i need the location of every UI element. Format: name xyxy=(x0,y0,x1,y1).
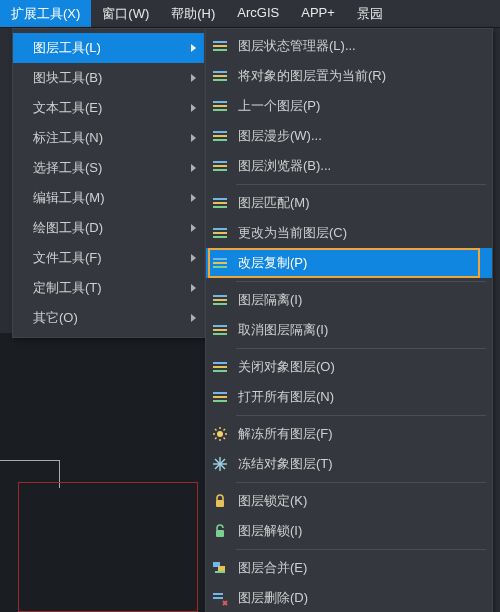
layer-match[interactable]: 图层匹配(M) xyxy=(206,188,492,218)
menu-arcgis[interactable]: ArcGIS xyxy=(226,0,290,27)
menu-item-label: 打开所有图层(N) xyxy=(238,388,334,406)
separator xyxy=(236,549,486,550)
menu-window[interactable]: 窗口(W) xyxy=(91,0,160,27)
layer-state-icon xyxy=(210,36,230,56)
chevron-right-icon xyxy=(191,44,196,52)
thaw-all-icon xyxy=(210,424,230,444)
menu-jingyuan[interactable]: 景园 xyxy=(346,0,394,27)
separator xyxy=(236,184,486,185)
chevron-right-icon xyxy=(191,74,196,82)
submenu-selection-tools[interactable]: 选择工具(S) xyxy=(13,153,204,183)
submenu-file-tools[interactable]: 文件工具(F) xyxy=(13,243,204,273)
submenu-label: 图层工具(L) xyxy=(33,39,101,57)
layer-merge[interactable]: 图层合并(E) xyxy=(206,553,492,583)
submenu-text-tools[interactable]: 文本工具(E) xyxy=(13,93,204,123)
menu-app-plus[interactable]: APP+ xyxy=(290,0,346,27)
submenu-label: 绘图工具(D) xyxy=(33,219,103,237)
separator xyxy=(236,281,486,282)
layer-unlock[interactable]: 图层解锁(I) xyxy=(206,516,492,546)
submenu-annotation-tools[interactable]: 标注工具(N) xyxy=(13,123,204,153)
layer-walk[interactable]: 图层漫步(W)... xyxy=(206,121,492,151)
layer-lock-icon xyxy=(210,491,230,511)
chevron-right-icon xyxy=(191,104,196,112)
submenu-label: 文件工具(F) xyxy=(33,249,102,267)
layer-unlock-icon xyxy=(210,521,230,541)
layer-copy-change[interactable]: 改层复制(P) xyxy=(206,248,492,278)
chevron-right-icon xyxy=(191,254,196,262)
submenu-label: 定制工具(T) xyxy=(33,279,102,297)
separator xyxy=(236,415,486,416)
submenu-label: 文本工具(E) xyxy=(33,99,102,117)
layer-unisolate[interactable]: 取消图层隔离(I) xyxy=(206,315,492,345)
menubar: 扩展工具(X) 窗口(W) 帮助(H) ArcGIS APP+ 景园 xyxy=(0,0,500,28)
menu-item-label: 图层删除(D) xyxy=(238,589,308,607)
extension-tools-submenu: 图层工具(L) 图块工具(B) 文本工具(E) 标注工具(N) 选择工具(S) … xyxy=(12,28,205,338)
layer-walk-icon xyxy=(210,126,230,146)
submenu-custom-tools[interactable]: 定制工具(T) xyxy=(13,273,204,303)
change-layer-icon xyxy=(210,223,230,243)
submenu-label: 图块工具(B) xyxy=(33,69,102,87)
previous-layer[interactable]: 上一个图层(P) xyxy=(206,91,492,121)
layer-isolate[interactable]: 图层隔离(I) xyxy=(206,285,492,315)
separator xyxy=(236,482,486,483)
layer-delete-icon xyxy=(210,588,230,608)
layer-unisolate-icon xyxy=(210,320,230,340)
menu-item-label: 图层解锁(I) xyxy=(238,522,302,540)
menu-item-label: 图层隔离(I) xyxy=(238,291,302,309)
submenu-label: 选择工具(S) xyxy=(33,159,102,177)
submenu-label: 标注工具(N) xyxy=(33,129,103,147)
change-to-current-layer[interactable]: 更改为当前图层(C) xyxy=(206,218,492,248)
menu-item-label: 关闭对象图层(O) xyxy=(238,358,335,376)
menu-item-label: 更改为当前图层(C) xyxy=(238,224,347,242)
layer-on-all-icon xyxy=(210,387,230,407)
thaw-all-layers[interactable]: 解冻所有图层(F) xyxy=(206,419,492,449)
menu-item-label: 上一个图层(P) xyxy=(238,97,320,115)
chevron-right-icon xyxy=(191,284,196,292)
menu-item-label: 图层匹配(M) xyxy=(238,194,310,212)
layer-browse-icon xyxy=(210,156,230,176)
layer-browser[interactable]: 图层浏览器(B)... xyxy=(206,151,492,181)
layer-merge-icon xyxy=(210,558,230,578)
chevron-right-icon xyxy=(191,194,196,202)
submenu-draw-tools[interactable]: 绘图工具(D) xyxy=(13,213,204,243)
submenu-other[interactable]: 其它(O) xyxy=(13,303,204,333)
chevron-right-icon xyxy=(191,164,196,172)
menu-item-label: 将对象的图层置为当前(R) xyxy=(238,67,386,85)
menu-item-label: 图层合并(E) xyxy=(238,559,307,577)
submenu-label: 其它(O) xyxy=(33,309,78,327)
menu-item-label: 图层漫步(W)... xyxy=(238,127,322,145)
layer-copy-icon xyxy=(210,253,230,273)
chevron-right-icon xyxy=(191,134,196,142)
menu-item-label: 冻结对象图层(T) xyxy=(238,455,333,473)
layer-delete[interactable]: 图层删除(D) xyxy=(206,583,492,612)
menu-extension-tools[interactable]: 扩展工具(X) xyxy=(0,0,91,27)
menu-item-label: 图层浏览器(B)... xyxy=(238,157,331,175)
canvas-selection-rect xyxy=(18,482,198,612)
submenu-label: 编辑工具(M) xyxy=(33,189,105,207)
make-object-layer-current[interactable]: 将对象的图层置为当前(R) xyxy=(206,61,492,91)
layer-tools-submenu: 图层状态管理器(L)...将对象的图层置为当前(R)上一个图层(P)图层漫步(W… xyxy=(205,28,493,612)
chevron-right-icon xyxy=(191,314,196,322)
prev-layer-icon xyxy=(210,96,230,116)
separator xyxy=(236,348,486,349)
layer-lock[interactable]: 图层锁定(K) xyxy=(206,486,492,516)
submenu-edit-tools[interactable]: 编辑工具(M) xyxy=(13,183,204,213)
menu-help[interactable]: 帮助(H) xyxy=(160,0,226,27)
menu-item-label: 改层复制(P) xyxy=(238,254,307,272)
layer-match-icon xyxy=(210,193,230,213)
close-object-layer[interactable]: 关闭对象图层(O) xyxy=(206,352,492,382)
submenu-block-tools[interactable]: 图块工具(B) xyxy=(13,63,204,93)
layer-off-icon xyxy=(210,357,230,377)
menu-item-label: 图层锁定(K) xyxy=(238,492,307,510)
layer-isolate-icon xyxy=(210,290,230,310)
chevron-right-icon xyxy=(191,224,196,232)
menu-item-label: 解冻所有图层(F) xyxy=(238,425,333,443)
freeze-object-layer[interactable]: 冻结对象图层(T) xyxy=(206,449,492,479)
layer-state-manager[interactable]: 图层状态管理器(L)... xyxy=(206,31,492,61)
freeze-obj-icon xyxy=(210,454,230,474)
current-layer-icon xyxy=(210,66,230,86)
submenu-layer-tools[interactable]: 图层工具(L) xyxy=(13,33,204,63)
menu-item-label: 图层状态管理器(L)... xyxy=(238,37,356,55)
menu-item-label: 取消图层隔离(I) xyxy=(238,321,328,339)
open-all-layers[interactable]: 打开所有图层(N) xyxy=(206,382,492,412)
